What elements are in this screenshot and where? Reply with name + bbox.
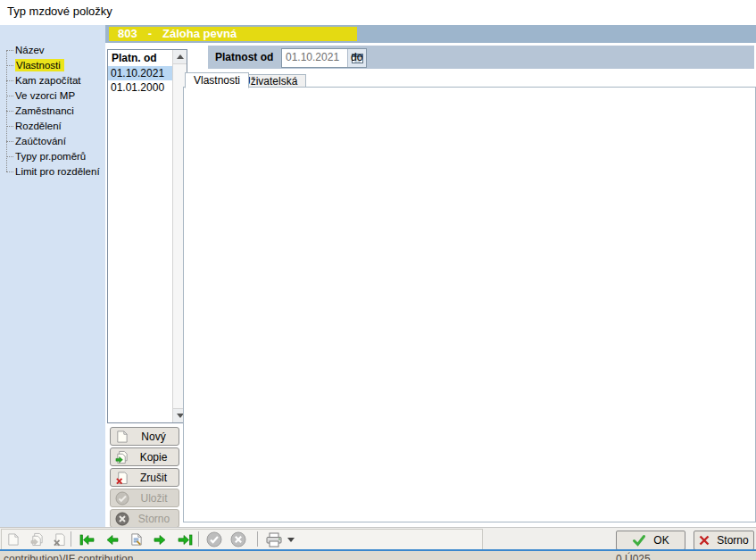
validity-to-label: do <box>351 51 362 63</box>
previous-record-button[interactable] <box>102 531 121 547</box>
printer-icon <box>265 532 283 547</box>
last-record-button[interactable] <box>175 531 195 547</box>
window-title: Typ mzdové položky <box>7 4 112 18</box>
storno-x-icon <box>699 535 710 546</box>
sidebar-tree: Název Vlastnosti Kam započítat Ve vzorci… <box>2 43 105 180</box>
toolbar-separator <box>71 531 71 547</box>
sidebar-item-nazev[interactable]: Název <box>2 43 105 58</box>
first-record-icon <box>79 533 95 547</box>
sidebar-item-typy-pr-pomeru[interactable]: Typy pr.poměrů <box>2 149 105 164</box>
save-check-icon <box>115 491 129 506</box>
sidebar: Název Vlastnosti Kam započítat Ve vzorci… <box>0 25 106 527</box>
record-header-highlight: 803-Záloha pevná <box>109 27 357 41</box>
list-item[interactable]: 01.10.2021 <box>108 66 173 80</box>
sidebar-item-kam-zapocitat[interactable]: Kam započítat <box>2 73 105 88</box>
sidebar-item-rozdeleni[interactable]: Rozdělení <box>2 119 105 134</box>
ok-check-icon <box>632 534 646 547</box>
toolbar-delete-record-button[interactable] <box>50 531 68 547</box>
arrow-up-icon <box>177 54 184 59</box>
record-header-bar: 803-Záloha pevná <box>105 25 756 43</box>
record-id: 803 <box>118 27 137 40</box>
scroll-up-button[interactable] <box>173 50 187 64</box>
validity-from-date-value: 01.10.2021 <box>282 49 347 67</box>
status-bar: contribution)/IF contribution 0 Ú025 <box>0 549 756 560</box>
sidebar-item-vlastnosti[interactable]: Vlastnosti <box>2 58 105 73</box>
sidebar-item-zauctovani[interactable]: Zaúčtování <box>2 134 105 149</box>
confirm-circle-icon <box>206 531 222 547</box>
toolbar-separator <box>198 531 199 547</box>
storno-button[interactable]: Storno <box>694 531 754 550</box>
new-page-icon <box>115 430 129 444</box>
validity-list: Platn. od 01.10.2021 01.01.2000 <box>107 49 187 423</box>
delete-page-icon <box>53 532 66 547</box>
toolbar-separator <box>257 531 258 547</box>
new-button[interactable]: Nový <box>110 427 179 446</box>
delete-button[interactable]: Zrušit <box>110 468 179 487</box>
browse-records-button[interactable] <box>127 531 145 547</box>
copy-icon <box>115 450 129 464</box>
cancel-edit-button: Storno <box>110 509 179 528</box>
tab-content-panel <box>183 87 756 522</box>
status-right-text: 0 Ú025 <box>616 553 651 560</box>
sidebar-item-limit-pro-rozdeleni[interactable]: Limit pro rozdělení <box>2 164 105 180</box>
copy-button[interactable]: Kopie <box>110 447 179 466</box>
toolbar-confirm-button[interactable] <box>205 531 223 547</box>
last-record-icon <box>178 533 193 547</box>
record-separator: - <box>148 27 152 40</box>
list-item[interactable]: 01.01.2000 <box>108 80 173 95</box>
toolbar-new-record-button[interactable] <box>4 531 21 547</box>
ok-button[interactable]: OK <box>616 531 685 550</box>
sidebar-item-zamestnanci[interactable]: Zaměstnanci <box>2 104 105 119</box>
cancel-circle-icon <box>115 512 129 526</box>
copy-icon <box>30 532 44 547</box>
save-button: Uložit <box>110 489 179 507</box>
previous-record-icon <box>105 533 119 547</box>
next-record-button[interactable] <box>150 531 170 547</box>
sidebar-highlight: Vlastnosti <box>15 59 64 71</box>
print-menu-arrow-icon[interactable] <box>287 538 295 542</box>
print-button[interactable] <box>263 531 285 547</box>
validity-list-header: Platn. od <box>108 50 173 66</box>
delete-page-icon <box>115 471 129 485</box>
tab-vlastnosti[interactable]: Vlastnosti <box>185 72 249 88</box>
first-record-button[interactable] <box>77 531 96 547</box>
toolbar-cancel-button[interactable] <box>229 531 247 547</box>
sidebar-item-ve-vzorci-mp[interactable]: Ve vzorci MP <box>2 88 105 104</box>
validity-from-label: Platnost od <box>215 51 273 63</box>
cancel-circle-icon <box>230 531 246 547</box>
next-record-icon <box>154 533 167 547</box>
app-window: Typ mzdové položky Název Vlastnosti Kam … <box>0 0 756 560</box>
record-name: Záloha pevná <box>162 27 237 40</box>
new-page-icon <box>6 532 20 547</box>
toolbar-copy-record-button[interactable] <box>28 531 46 547</box>
validity-panel: Platnost od 01.10.2021 do <box>208 46 754 69</box>
record-list-icon <box>129 532 143 547</box>
status-left-text: contribution)/IF contribution <box>4 553 133 560</box>
